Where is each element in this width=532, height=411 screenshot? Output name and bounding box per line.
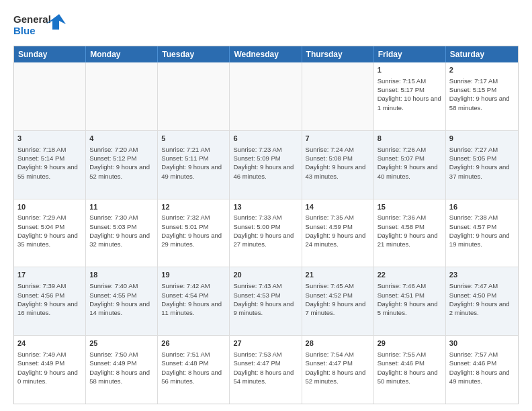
calendar-cell: 6Sunrise: 7:23 AMSunset: 5:09 PMDaylight… (230, 131, 302, 199)
day-info: Sunrise: 7:40 AMSunset: 4:55 PMDaylight:… (89, 281, 154, 317)
day-number: 8 (378, 134, 442, 144)
calendar-cell: 4Sunrise: 7:20 AMSunset: 5:12 PMDaylight… (86, 131, 158, 199)
day-info: Sunrise: 7:55 AMSunset: 4:46 PMDaylight:… (378, 350, 442, 385)
day-info: Sunrise: 7:54 AMSunset: 4:47 PMDaylight:… (306, 350, 370, 385)
day-info: Sunrise: 7:43 AMSunset: 4:53 PMDaylight:… (233, 281, 298, 317)
calendar-cell: 19Sunrise: 7:42 AMSunset: 4:54 PMDayligh… (158, 267, 230, 335)
calendar-row-1: 3Sunrise: 7:18 AMSunset: 5:14 PMDaylight… (14, 131, 518, 199)
calendar-cell: 16Sunrise: 7:38 AMSunset: 4:57 PMDayligh… (446, 199, 518, 267)
day-info: Sunrise: 7:23 AMSunset: 5:09 PMDaylight:… (233, 145, 298, 181)
calendar-cell: 21Sunrise: 7:45 AMSunset: 4:52 PMDayligh… (302, 267, 374, 335)
day-info: Sunrise: 7:15 AMSunset: 5:17 PMDaylight:… (378, 77, 442, 112)
calendar-cell: 2Sunrise: 7:17 AMSunset: 5:15 PMDaylight… (446, 62, 518, 130)
calendar-cell: 24Sunrise: 7:49 AMSunset: 4:49 PMDayligh… (14, 336, 86, 404)
day-number: 19 (161, 270, 226, 280)
day-number: 17 (17, 270, 82, 280)
calendar-cell: 20Sunrise: 7:43 AMSunset: 4:53 PMDayligh… (230, 267, 302, 335)
calendar-cell: 9Sunrise: 7:27 AMSunset: 5:05 PMDaylight… (446, 131, 518, 199)
header-day-sunday: Sunday (14, 46, 86, 62)
calendar-cell: 28Sunrise: 7:54 AMSunset: 4:47 PMDayligh… (302, 336, 374, 404)
day-info: Sunrise: 7:29 AMSunset: 5:04 PMDaylight:… (17, 213, 82, 248)
day-number: 5 (161, 134, 226, 144)
day-number: 22 (378, 270, 442, 280)
calendar-cell: 18Sunrise: 7:40 AMSunset: 4:55 PMDayligh… (86, 267, 158, 335)
day-number: 20 (233, 270, 298, 280)
day-number: 30 (449, 338, 515, 349)
day-number: 3 (17, 134, 82, 144)
day-number: 12 (161, 202, 226, 212)
day-number: 25 (89, 338, 154, 349)
day-number: 13 (233, 202, 298, 212)
calendar-cell (86, 62, 158, 130)
day-info: Sunrise: 7:18 AMSunset: 5:14 PMDaylight:… (17, 145, 82, 181)
calendar-cell: 7Sunrise: 7:24 AMSunset: 5:08 PMDaylight… (302, 131, 374, 199)
day-number: 27 (233, 338, 298, 349)
calendar-cell: 23Sunrise: 7:47 AMSunset: 4:50 PMDayligh… (446, 267, 518, 335)
day-number: 11 (89, 202, 154, 212)
day-info: Sunrise: 7:27 AMSunset: 5:05 PMDaylight:… (449, 145, 515, 181)
day-info: Sunrise: 7:36 AMSunset: 4:58 PMDaylight:… (378, 213, 442, 248)
day-info: Sunrise: 7:30 AMSunset: 5:03 PMDaylight:… (89, 213, 154, 248)
calendar-cell: 27Sunrise: 7:53 AMSunset: 4:47 PMDayligh… (230, 336, 302, 404)
day-number: 26 (161, 338, 226, 349)
logo: General Blue (13, 11, 67, 40)
header-day-thursday: Thursday (302, 46, 374, 62)
day-info: Sunrise: 7:53 AMSunset: 4:47 PMDaylight:… (233, 350, 298, 385)
calendar-cell: 11Sunrise: 7:30 AMSunset: 5:03 PMDayligh… (86, 199, 158, 267)
calendar-cell: 3Sunrise: 7:18 AMSunset: 5:14 PMDaylight… (14, 131, 86, 199)
calendar-cell: 25Sunrise: 7:50 AMSunset: 4:49 PMDayligh… (86, 336, 158, 404)
day-number: 6 (233, 134, 298, 144)
calendar: SundayMondayTuesdayWednesdayThursdayFrid… (13, 46, 519, 404)
day-info: Sunrise: 7:17 AMSunset: 5:15 PMDaylight:… (449, 77, 515, 112)
calendar-cell: 29Sunrise: 7:55 AMSunset: 4:46 PMDayligh… (374, 336, 446, 404)
calendar-cell: 26Sunrise: 7:51 AMSunset: 4:48 PMDayligh… (158, 336, 230, 404)
calendar-cell: 30Sunrise: 7:57 AMSunset: 4:46 PMDayligh… (446, 336, 518, 404)
day-number: 7 (306, 134, 370, 144)
calendar-cell (158, 62, 230, 130)
day-number: 14 (306, 202, 370, 212)
day-number: 28 (306, 338, 370, 349)
calendar-cell: 5Sunrise: 7:21 AMSunset: 5:11 PMDaylight… (158, 131, 230, 199)
logo-svg: General Blue (13, 11, 67, 40)
calendar-row-3: 17Sunrise: 7:39 AMSunset: 4:56 PMDayligh… (14, 267, 518, 336)
day-info: Sunrise: 7:57 AMSunset: 4:46 PMDaylight:… (449, 350, 515, 385)
day-info: Sunrise: 7:20 AMSunset: 5:12 PMDaylight:… (89, 145, 154, 181)
calendar-cell: 10Sunrise: 7:29 AMSunset: 5:04 PMDayligh… (14, 199, 86, 267)
calendar-row-4: 24Sunrise: 7:49 AMSunset: 4:49 PMDayligh… (14, 336, 518, 404)
header-day-friday: Friday (374, 46, 446, 62)
header-day-monday: Monday (86, 46, 158, 62)
day-info: Sunrise: 7:26 AMSunset: 5:07 PMDaylight:… (378, 145, 442, 181)
day-info: Sunrise: 7:45 AMSunset: 4:52 PMDaylight:… (306, 281, 370, 317)
calendar-cell (230, 62, 302, 130)
calendar-cell: 13Sunrise: 7:33 AMSunset: 5:00 PMDayligh… (230, 199, 302, 267)
day-info: Sunrise: 7:35 AMSunset: 4:59 PMDaylight:… (306, 213, 370, 248)
day-number: 29 (378, 338, 442, 349)
calendar-cell: 15Sunrise: 7:36 AMSunset: 4:58 PMDayligh… (374, 199, 446, 267)
calendar-body: 1Sunrise: 7:15 AMSunset: 5:17 PMDaylight… (14, 62, 518, 404)
day-info: Sunrise: 7:39 AMSunset: 4:56 PMDaylight:… (17, 281, 82, 317)
day-info: Sunrise: 7:38 AMSunset: 4:57 PMDaylight:… (449, 213, 515, 248)
day-info: Sunrise: 7:50 AMSunset: 4:49 PMDaylight:… (89, 350, 154, 385)
calendar-cell (302, 62, 374, 130)
calendar-cell (14, 62, 86, 130)
day-info: Sunrise: 7:42 AMSunset: 4:54 PMDaylight:… (161, 281, 226, 317)
calendar-row-2: 10Sunrise: 7:29 AMSunset: 5:04 PMDayligh… (14, 199, 518, 268)
day-number: 9 (449, 134, 515, 144)
day-info: Sunrise: 7:21 AMSunset: 5:11 PMDaylight:… (161, 145, 226, 181)
svg-text:General: General (13, 13, 51, 25)
day-info: Sunrise: 7:24 AMSunset: 5:08 PMDaylight:… (306, 145, 370, 181)
calendar-cell: 17Sunrise: 7:39 AMSunset: 4:56 PMDayligh… (14, 267, 86, 335)
day-number: 24 (17, 338, 82, 349)
calendar-cell: 8Sunrise: 7:26 AMSunset: 5:07 PMDaylight… (374, 131, 446, 199)
header-day-saturday: Saturday (446, 46, 518, 62)
day-info: Sunrise: 7:32 AMSunset: 5:01 PMDaylight:… (161, 213, 226, 248)
day-info: Sunrise: 7:49 AMSunset: 4:49 PMDaylight:… (17, 350, 82, 385)
day-number: 10 (17, 202, 82, 212)
calendar-header: SundayMondayTuesdayWednesdayThursdayFrid… (14, 46, 518, 62)
day-number: 21 (306, 270, 370, 280)
svg-text:Blue: Blue (13, 25, 36, 36)
calendar-cell: 12Sunrise: 7:32 AMSunset: 5:01 PMDayligh… (158, 199, 230, 267)
header-day-tuesday: Tuesday (158, 46, 230, 62)
day-info: Sunrise: 7:47 AMSunset: 4:50 PMDaylight:… (449, 281, 515, 317)
day-info: Sunrise: 7:33 AMSunset: 5:00 PMDaylight:… (233, 213, 298, 248)
